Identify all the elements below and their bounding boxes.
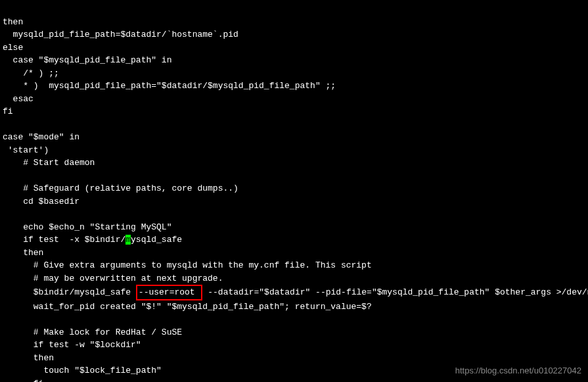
code-line: mysqld_pid_file_path=$datadir/`hostname`… [3,30,238,39]
code-line: # Give extra arguments to mysqld with th… [3,260,372,270]
code-line: esac [3,94,34,104]
code-line: fi [3,107,13,116]
code-line: case "$mysqld_pid_file_path" in [3,55,171,65]
code-line: echo $echo_n "Starting MySQL" [3,222,171,232]
code-line: if test -x $bindir/mysqld_safe [3,235,182,245]
code-line: $bindir/mysqld_safe --user=root --datadi… [3,287,588,297]
code-line: cd $basedir [3,197,79,206]
code-editor[interactable]: then mysqld_pid_file_path=$datadir/`host… [3,3,585,382]
code-line: else [3,43,23,53]
code-line: then [3,17,23,27]
code-line: then [3,353,54,363]
cursor-position: m [125,235,131,245]
code-line: # may be overwritten at next upgrade. [3,274,223,283]
code-line: # Safeguard (relative paths, core dumps.… [3,183,238,193]
code-line: # Start daemon [3,158,95,168]
watermark-text: https://blog.csdn.net/u010227042 [455,364,581,377]
code-line: touch "$lock_file_path" [3,366,162,375]
code-line: 'start') [3,145,49,155]
code-line: if test -w "$lockdir" [3,340,141,350]
code-line: /* ) ;; [3,68,59,78]
code-line: case "$mode" in [3,132,79,142]
code-line: * ) mysqld_pid_file_path="$datadir/$mysq… [3,81,336,91]
code-line: then [3,248,43,258]
code-line: wait_for_pid created "$!" "$mysqld_pid_f… [3,302,372,312]
code-line: # Make lock for RedHat / SuSE [3,327,182,337]
code-text: $bindir/mysqld_safe [3,287,136,297]
code-line: fi [3,379,43,383]
code-text: --datadir="$datadir" --pid-file="$mysqld… [202,287,588,297]
highlighted-option: --user=root [136,285,203,300]
code-text: if test -x $bindir/ [3,235,125,245]
code-text: ysqld_safe [131,235,182,245]
